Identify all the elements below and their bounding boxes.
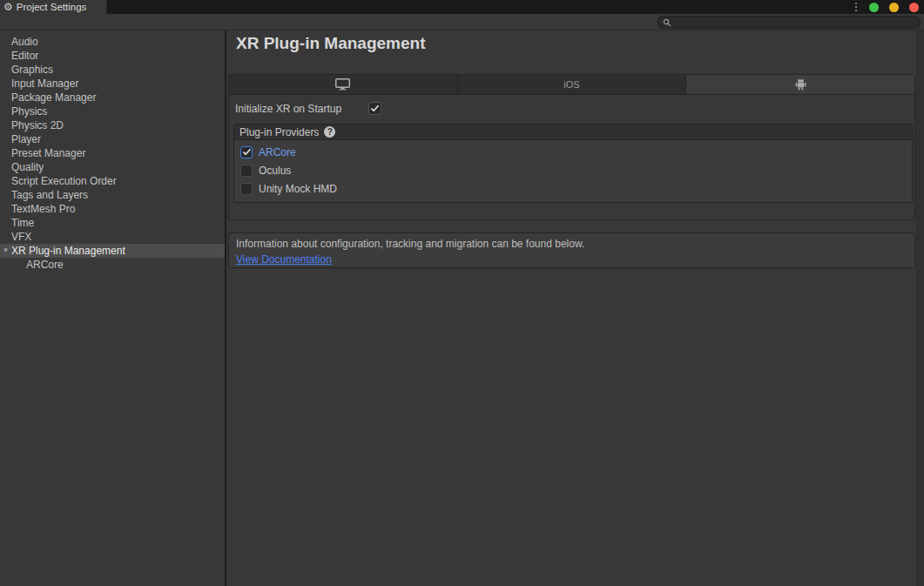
provider-label: ARCore [259, 146, 296, 158]
info-box: Information about configuration, trackin… [228, 232, 915, 268]
sidebar-item-audio[interactable]: Audio [0, 35, 225, 49]
sidebar-item-label: Input Manager [11, 77, 78, 90]
sidebar-item-input-manager[interactable]: Input Manager [0, 77, 225, 91]
sidebar-item-label: Physics [11, 105, 47, 118]
sidebar-item-arcore[interactable]: ARCore [0, 258, 225, 272]
tab-label: iOS [563, 79, 579, 90]
check-icon [370, 104, 380, 112]
info-text: Information about configuration, trackin… [236, 238, 907, 250]
plugin-providers-header: Plug-in Providers ? [233, 124, 913, 140]
monitor-icon [335, 78, 350, 91]
plugin-providers-list: ARCoreOculusUnity Mock HMD [233, 140, 913, 203]
provider-checkbox-unity-mock-hmd[interactable] [240, 183, 253, 195]
sidebar-item-label: Package Manager [11, 91, 96, 104]
provider-row-unity-mock-hmd: Unity Mock HMD [240, 179, 912, 198]
sidebar-item-player[interactable]: Player [0, 132, 225, 146]
sidebar-item-script-execution-order[interactable]: Script Execution Order [0, 174, 225, 188]
sidebar-item-package-manager[interactable]: Package Manager [0, 91, 225, 104]
settings-sidebar: AudioEditorGraphicsInput ManagerPackage … [0, 30, 226, 586]
plugin-providers-title: Plug-in Providers [239, 126, 319, 138]
check-icon [242, 148, 252, 156]
sidebar-item-label: VFX [11, 231, 31, 243]
green-circle[interactable] [869, 3, 879, 12]
provider-row-arcore: ARCore [240, 143, 912, 161]
gear-icon: ⚙ [3, 2, 13, 12]
red-circle[interactable] [909, 3, 919, 12]
kebab-menu-icon[interactable] [853, 1, 859, 13]
plugin-providers-group: Plug-in Providers ? ARCoreOculusUnity Mo… [233, 124, 913, 203]
initialize-xr-label: Initialize XR on Startup [235, 103, 341, 115]
main-panel: XR Plug-in Management iOS Initialize XR … [228, 30, 924, 586]
tab-android[interactable] [686, 75, 914, 94]
view-documentation-link[interactable]: View Documentation [236, 253, 332, 266]
sidebar-item-label: TextMesh Pro [11, 203, 75, 215]
sidebar-item-tags-and-layers[interactable]: Tags and Layers [0, 188, 225, 202]
tab-ios[interactable]: iOS [458, 75, 687, 94]
search-icon [663, 18, 671, 27]
sidebar-item-label: XR Plug-in Management [11, 245, 125, 257]
page-title: XR Plug-in Management [236, 34, 425, 53]
help-icon[interactable]: ? [324, 126, 335, 138]
provider-label: Oculus [259, 165, 291, 177]
sidebar-item-label: Player [11, 133, 41, 145]
sidebar-item-xr-plug-in-management[interactable]: ▼XR Plug-in Management [0, 244, 225, 258]
sidebar-item-physics[interactable]: Physics [0, 104, 225, 118]
sidebar-item-textmesh-pro[interactable]: TextMesh Pro [0, 202, 225, 216]
title-bar: ⚙ Project Settings [0, 0, 924, 14]
sidebar-item-label: Graphics [11, 64, 53, 76]
sidebar-item-vfx[interactable]: VFX [0, 230, 225, 244]
sidebar-item-label: Tags and Layers [11, 189, 88, 201]
android-icon [795, 78, 806, 91]
sidebar-item-physics-2d[interactable]: Physics 2D [0, 118, 225, 132]
sidebar-item-time[interactable]: Time [0, 216, 225, 230]
provider-checkbox-oculus[interactable] [240, 165, 253, 177]
initialize-xr-row: Initialize XR on Startup [235, 102, 341, 115]
sidebar-item-label: Editor [11, 50, 38, 62]
window-controls [853, 0, 919, 14]
xr-settings-container: iOS Initialize XR on Startup Plug-in Pro… [228, 74, 915, 220]
window-title: Project Settings [17, 2, 87, 12]
yellow-circle[interactable] [889, 3, 899, 12]
expand-triangle-icon[interactable]: ▼ [1, 244, 10, 258]
sidebar-item-quality[interactable]: Quality [0, 160, 225, 174]
vertical-scrollbar[interactable] [916, 30, 924, 586]
sidebar-item-label: Script Execution Order [11, 175, 117, 187]
provider-label: Unity Mock HMD [259, 183, 337, 195]
sidebar-item-label: ARCore [26, 259, 64, 271]
sidebar-item-label: Physics 2D [11, 119, 64, 131]
sidebar-item-editor[interactable]: Editor [0, 49, 225, 63]
project-settings-tab[interactable]: ⚙ Project Settings [0, 0, 107, 14]
search-input[interactable] [674, 17, 920, 28]
sidebar-item-preset-manager[interactable]: Preset Manager [0, 146, 225, 160]
provider-row-oculus: Oculus [240, 161, 912, 179]
initialize-xr-checkbox[interactable] [368, 102, 381, 115]
toolbar [0, 14, 924, 30]
sidebar-item-graphics[interactable]: Graphics [0, 63, 225, 77]
search-box[interactable] [658, 16, 921, 29]
sidebar-item-label: Preset Manager [11, 147, 85, 159]
sidebar-item-label: Time [11, 217, 34, 229]
provider-checkbox-arcore[interactable] [240, 146, 253, 158]
sidebar-item-label: Quality [11, 161, 44, 173]
sidebar-item-label: Audio [11, 36, 38, 48]
platform-tab-bar: iOS [229, 75, 914, 95]
tab-desktop[interactable] [229, 75, 458, 94]
